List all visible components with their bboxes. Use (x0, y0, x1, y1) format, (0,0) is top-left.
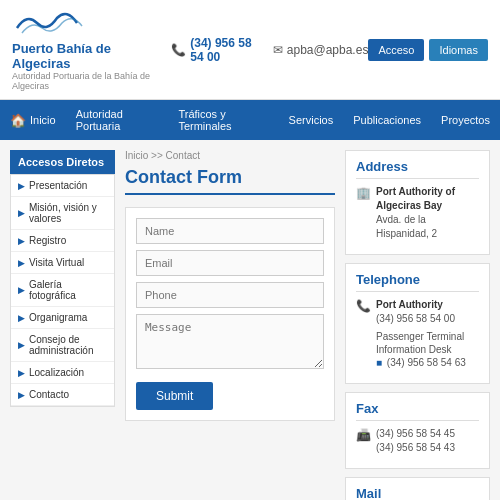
arrow-icon: ▶ (18, 368, 25, 378)
nav-item-label: Proyectos (441, 114, 490, 126)
address-name: Port Authority of Algeciras Bay (376, 185, 479, 213)
nav-item-traficos[interactable]: Tráficos y Terminales (168, 100, 278, 140)
idiomas-button[interactable]: Idiomas (429, 39, 488, 61)
desk-num-text: (34) 956 58 54 63 (387, 357, 466, 368)
header-email: ✉ apba@apba.es (273, 43, 369, 57)
name-input[interactable] (136, 218, 324, 244)
list-item: ▶Presentación (11, 175, 114, 197)
telephone-title: Telephone (356, 272, 479, 292)
telephone-section: Telephone 📞 Port Authority (34) 956 58 5… (345, 263, 490, 384)
list-item: ▶Consejo de administración (11, 329, 114, 362)
sidebar: Accesos Diretos ▶Presentación ▶Misión, v… (10, 150, 115, 500)
home-icon: 🏠 (10, 113, 26, 128)
arrow-icon: ▶ (18, 285, 25, 295)
arrow-icon: ▶ (18, 313, 25, 323)
header-buttons: Acceso Idiomas (368, 39, 488, 61)
nav-item-proyectos[interactable]: Proyectos (431, 106, 500, 134)
header: Puerto Bahía de Algeciras Autoridad Port… (0, 0, 500, 100)
email-address: apba@apba.es (287, 43, 369, 57)
phone-number: (34) 956 58 54 00 (190, 36, 263, 64)
main-nav: 🏠 Inicio Autoridad Portuaria Tráficos y … (0, 100, 500, 140)
email-field[interactable] (136, 250, 324, 276)
nav-item-label: Inicio (30, 114, 56, 126)
right-panel: Address 🏢 Port Authority of Algeciras Ba… (345, 150, 490, 500)
fax-content: (34) 956 58 54 45 (34) 956 58 54 43 (376, 427, 455, 455)
contact-form: Submit (125, 207, 335, 421)
page-title: Contact Form (125, 167, 335, 195)
bullet-icon: ■ (376, 357, 382, 368)
logo-text: Puerto Bahía de Algeciras (12, 41, 171, 71)
address-street: Avda. de la Hispanidad, 2 (376, 213, 479, 241)
fax-info: 📠 (34) 956 58 54 45 (34) 956 58 54 43 (356, 427, 479, 455)
arrow-icon: ▶ (18, 340, 25, 350)
arrow-icon: ▶ (18, 208, 25, 218)
logo-wave (12, 8, 171, 41)
acceso-button[interactable]: Acceso (368, 39, 424, 61)
fax-section: Fax 📠 (34) 956 58 54 45 (34) 956 58 54 4… (345, 392, 490, 469)
submit-button[interactable]: Submit (136, 382, 213, 410)
arrow-icon: ▶ (18, 390, 25, 400)
telephone-org: Port Authority (376, 298, 479, 312)
list-item: ▶Organigrama (11, 307, 114, 329)
breadcrumb: Inicio >> Contact (125, 150, 335, 161)
nav-item-label: Autoridad Portuaria (76, 108, 159, 132)
list-item: ▶Misión, visión y valores (11, 197, 114, 230)
sidebar-title: Accesos Diretos (10, 150, 115, 174)
list-item: ▶Localización (11, 362, 114, 384)
header-phone: 📞 (34) 956 58 54 00 (171, 36, 263, 64)
mail-section: Mail ✉ apba@apba.es (345, 477, 490, 500)
phone-icon: 📞 (356, 299, 371, 313)
nav-item-label: Servicios (289, 114, 334, 126)
main-content: Accesos Diretos ▶Presentación ▶Misión, v… (0, 140, 500, 500)
desk-number: ■ (34) 956 58 54 63 (376, 356, 479, 370)
nav-item-inicio[interactable]: 🏠 Inicio (0, 105, 66, 136)
arrow-icon: ▶ (18, 181, 25, 191)
list-item: ▶Contacto (11, 384, 114, 406)
arrow-icon: ▶ (18, 236, 25, 246)
sidebar-link-visita[interactable]: ▶Visita Virtual (11, 252, 114, 273)
list-item: ▶Registro (11, 230, 114, 252)
sidebar-link-localizacion[interactable]: ▶Localización (11, 362, 114, 383)
fax-number1: (34) 956 58 54 45 (376, 427, 455, 441)
email-icon: ✉ (273, 43, 283, 57)
nav-item-servicios[interactable]: Servicios (279, 106, 344, 134)
address-content: Port Authority of Algeciras Bay Avda. de… (376, 185, 479, 241)
sidebar-link-contacto[interactable]: ▶Contacto (11, 384, 114, 405)
telephone-desk: Passenger Terminal Information Desk ■ (3… (376, 330, 479, 370)
phone-icon: 📞 (171, 43, 186, 57)
sidebar-link-consejo[interactable]: ▶Consejo de administración (11, 329, 114, 361)
sidebar-link-mision[interactable]: ▶Misión, visión y valores (11, 197, 114, 229)
mail-title: Mail (356, 486, 479, 500)
desk-label: Passenger Terminal Information Desk (376, 330, 479, 356)
list-item: ▶Galería fotográfica (11, 274, 114, 307)
sidebar-link-registro[interactable]: ▶Registro (11, 230, 114, 251)
sidebar-link-organigrama[interactable]: ▶Organigrama (11, 307, 114, 328)
fax-number2: (34) 956 58 54 43 (376, 441, 455, 455)
address-title: Address (356, 159, 479, 179)
phone-input[interactable] (136, 282, 324, 308)
sidebar-list: ▶Presentación ▶Misión, visión y valores … (10, 174, 115, 407)
telephone-number: (34) 956 58 54 00 (376, 312, 479, 326)
message-input[interactable] (136, 314, 324, 369)
address-section: Address 🏢 Port Authority of Algeciras Ba… (345, 150, 490, 255)
arrow-icon: ▶ (18, 258, 25, 268)
sidebar-link-galeria[interactable]: ▶Galería fotográfica (11, 274, 114, 306)
list-item: ▶Visita Virtual (11, 252, 114, 274)
fax-icon: 📠 (356, 428, 371, 442)
sidebar-link-presentacion[interactable]: ▶Presentación (11, 175, 114, 196)
logo: Puerto Bahía de Algeciras Autoridad Port… (12, 8, 171, 91)
center-content: Inicio >> Contact Contact Form Submit (125, 150, 335, 500)
building-icon: 🏢 (356, 186, 371, 200)
header-contact: 📞 (34) 956 58 54 00 ✉ apba@apba.es (171, 36, 368, 64)
nav-item-autoridad[interactable]: Autoridad Portuaria (66, 100, 169, 140)
address-info: 🏢 Port Authority of Algeciras Bay Avda. … (356, 185, 479, 241)
logo-sub: Autoridad Portuaria de la Bahía de Algec… (12, 71, 171, 91)
telephone-content: Port Authority (34) 956 58 54 00 Passeng… (376, 298, 479, 370)
telephone-info: 📞 Port Authority (34) 956 58 54 00 Passe… (356, 298, 479, 370)
fax-title: Fax (356, 401, 479, 421)
nav-item-label: Publicaciones (353, 114, 421, 126)
nav-item-publicaciones[interactable]: Publicaciones (343, 106, 431, 134)
nav-item-label: Tráficos y Terminales (178, 108, 268, 132)
